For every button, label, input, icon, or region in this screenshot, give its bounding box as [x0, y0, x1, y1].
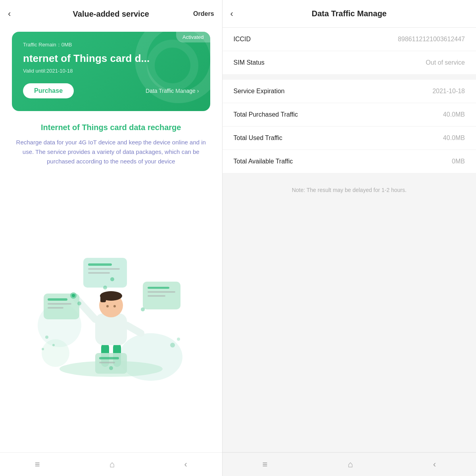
note-section: Note: The result may be delayed for 1-2 …	[223, 178, 476, 202]
left-home-icon[interactable]: ⌂	[109, 459, 115, 470]
svg-point-37	[52, 344, 55, 346]
total-available-value: 0MB	[452, 158, 465, 165]
service-expiration-label: Service Expiration	[234, 88, 285, 95]
svg-rect-15	[48, 298, 67, 301]
total-used-label: Total Used Traffic	[234, 134, 282, 142]
illustration-area	[0, 174, 222, 452]
purchase-button[interactable]: Purchase	[23, 83, 74, 98]
info-section-bottom: Service Expiration 2021-10-18 Total Purc…	[223, 80, 476, 173]
svg-point-12	[106, 305, 109, 307]
left-menu-icon[interactable]: ≡	[35, 459, 40, 470]
svg-rect-23	[88, 272, 110, 274]
sim-status-label: SIM Status	[234, 59, 265, 66]
svg-point-34	[103, 286, 107, 290]
sim-card: Activated Traffic Remain：0MB nternet of …	[12, 32, 210, 111]
iccid-value: 8986112121003612447	[398, 36, 465, 43]
section-gap-1	[223, 74, 476, 80]
promo-description: Recharge data for your 4G IoT device and…	[12, 138, 210, 166]
total-available-label: Total Available Traffic	[234, 158, 293, 165]
left-back-nav-icon[interactable]: ‹	[184, 459, 187, 470]
note-text: Note: The result may be delayed for 1-2 …	[292, 187, 407, 193]
svg-rect-28	[148, 295, 165, 297]
svg-point-13	[113, 305, 116, 307]
iccid-row: ICCID 8986112121003612447	[223, 28, 476, 51]
svg-rect-21	[88, 263, 112, 266]
svg-rect-31	[99, 362, 115, 363]
svg-line-8	[127, 325, 141, 333]
iccid-label: ICCID	[234, 36, 251, 43]
svg-point-40	[177, 338, 180, 341]
svg-point-33	[77, 301, 81, 305]
orders-link[interactable]: Orders	[193, 10, 214, 17]
total-purchased-label: Total Purchased Traffic	[234, 111, 298, 118]
total-used-value: 40.0MB	[443, 134, 465, 142]
right-home-icon[interactable]: ⌂	[347, 459, 353, 470]
svg-point-38	[42, 348, 44, 350]
service-expiration-value: 2021-10-18	[432, 88, 465, 95]
section-gap-2	[223, 173, 476, 178]
svg-rect-16	[48, 303, 71, 305]
left-back-icon[interactable]: ‹	[8, 9, 11, 19]
service-expiration-row: Service Expiration 2021-10-18	[223, 80, 476, 103]
total-used-row: Total Used Traffic 40.0MB	[223, 127, 476, 150]
right-back-nav-icon[interactable]: ‹	[433, 459, 436, 470]
left-panel: ‹ Value-added service Orders Activated T…	[0, 0, 222, 476]
svg-point-24	[110, 277, 114, 281]
left-bottom-nav: ≡ ⌂ ‹	[0, 452, 222, 476]
svg-point-19	[72, 294, 75, 297]
left-header: ‹ Value-added service Orders	[0, 0, 222, 28]
svg-point-35	[141, 307, 145, 311]
promo-section: Internet of Things card data recharge Re…	[0, 119, 222, 174]
svg-point-32	[109, 366, 113, 370]
svg-rect-11	[100, 295, 106, 302]
promo-title: Internet of Things card data recharge	[12, 123, 210, 132]
svg-rect-17	[48, 307, 63, 309]
right-menu-icon[interactable]: ≡	[263, 459, 268, 470]
svg-rect-6	[95, 313, 127, 345]
svg-rect-26	[148, 287, 169, 289]
svg-point-2	[42, 339, 69, 367]
sim-status-row: SIM Status Out of service	[223, 51, 476, 74]
total-purchased-value: 40.0MB	[443, 111, 465, 118]
card-decoration-2	[147, 40, 198, 91]
svg-rect-22	[88, 268, 120, 270]
info-section-top: ICCID 8986112121003612447 SIM Status Out…	[223, 28, 476, 74]
iot-illustration	[36, 246, 186, 381]
total-purchased-row: Total Purchased Traffic 40.0MB	[223, 103, 476, 127]
svg-rect-27	[148, 291, 175, 293]
right-back-icon[interactable]: ‹	[230, 9, 233, 19]
activated-badge: Activated	[176, 32, 210, 42]
right-content: ICCID 8986112121003612447 SIM Status Out…	[223, 28, 476, 452]
svg-point-39	[170, 343, 175, 347]
right-bottom-nav: ≡ ⌂ ‹	[223, 452, 476, 476]
left-page-title: Value-added service	[73, 10, 149, 19]
svg-point-36	[45, 336, 48, 339]
total-available-row: Total Available Traffic 0MB	[223, 150, 476, 173]
svg-rect-30	[99, 357, 119, 359]
right-page-title: Data Traffic Manage	[312, 9, 387, 18]
right-header: ‹ Data Traffic Manage	[223, 0, 476, 28]
sim-status-value: Out of service	[426, 59, 465, 66]
right-panel: ‹ Data Traffic Manage ICCID 898611212100…	[223, 0, 476, 476]
